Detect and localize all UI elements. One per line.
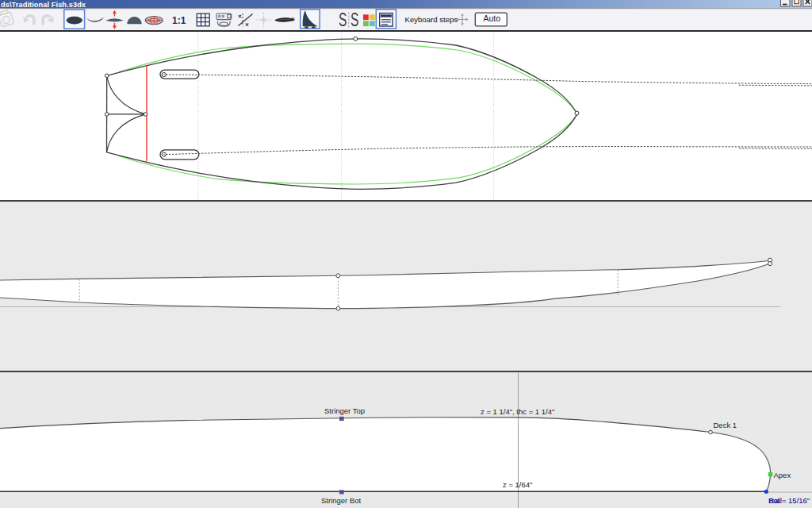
svg-text:S: S — [350, 10, 358, 30]
svg-text:Rail: Rail — [769, 496, 782, 505]
svg-text:Stringer Bot: Stringer Bot — [321, 496, 362, 505]
svg-text:S: S — [339, 10, 347, 30]
svg-text:z = 1/64": z = 1/64" — [503, 480, 532, 489]
svg-text:Stringer Top: Stringer Top — [324, 406, 365, 415]
svg-text:z = 1 1/4", thc = 1 1/4": z = 1 1/4", thc = 1 1/4" — [481, 407, 554, 416]
svg-text:Apex: Apex — [774, 471, 791, 479]
svg-text:ds\Traditional Fish.s3dx: ds\Traditional Fish.s3dx — [1, 1, 86, 9]
svg-text:Deck 1: Deck 1 — [714, 421, 737, 429]
svg-text:Auto: Auto — [484, 13, 501, 23]
svg-text:1:1: 1:1 — [172, 15, 186, 26]
svg-text:Keyboard steps: Keyboard steps — [405, 15, 458, 24]
